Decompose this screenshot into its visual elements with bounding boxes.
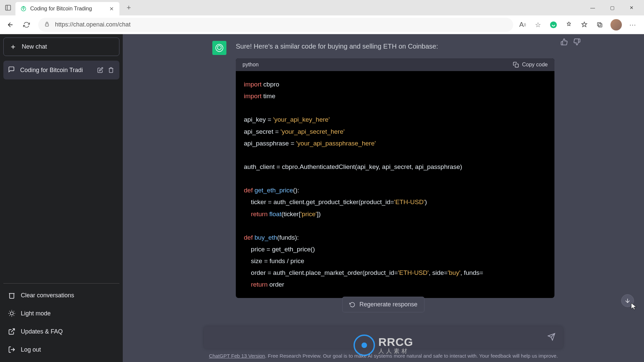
tab-bar: Coding for Bitcoin Trading ✕ + — ▢ ✕ xyxy=(0,0,644,15)
logout-icon xyxy=(8,346,15,353)
conversation-item[interactable]: Coding for Bitcoin Tradi xyxy=(3,61,119,79)
toolbar-icons: A)) ☆ ⋯ xyxy=(518,19,641,31)
url-field[interactable]: https://chat.openai.com/chat xyxy=(38,18,513,32)
conversations-list: Coding for Bitcoin Tradi xyxy=(3,61,119,283)
assistant-avatar xyxy=(212,41,226,55)
close-window-button[interactable]: ✕ xyxy=(622,1,641,14)
arrow-down-icon xyxy=(624,297,631,304)
favorites-list-icon[interactable] xyxy=(580,20,589,29)
code-language: python xyxy=(243,62,259,68)
refresh-button[interactable] xyxy=(19,18,34,32)
updates-button[interactable]: Updates & FAQ xyxy=(3,322,119,341)
external-link-icon xyxy=(8,328,15,335)
tab-title: Coding for Bitcoin Trading xyxy=(30,6,105,12)
send-button[interactable] xyxy=(547,333,557,342)
svg-point-2 xyxy=(21,6,26,11)
chat-input[interactable] xyxy=(210,334,547,341)
svg-point-9 xyxy=(10,312,13,315)
light-mode-button[interactable]: Light mode xyxy=(3,304,119,322)
sidebar: New chat Coding for Bitcoin Tradi xyxy=(0,34,123,362)
chat-area: Sure! Here's a similar code for buying a… xyxy=(123,34,644,362)
copy-code-label: Copy code xyxy=(522,62,548,68)
refresh-icon xyxy=(349,302,355,308)
scroll-down-button[interactable] xyxy=(621,294,634,307)
trash-icon xyxy=(8,292,15,299)
svg-rect-0 xyxy=(6,5,11,10)
code-header: python Copy code xyxy=(236,58,554,71)
lock-icon xyxy=(44,21,51,28)
input-area xyxy=(204,326,563,349)
logout-label: Log out xyxy=(21,346,41,353)
delete-icon[interactable] xyxy=(107,66,115,74)
minimize-button[interactable]: — xyxy=(583,1,602,14)
collections-icon[interactable] xyxy=(595,20,604,29)
logout-button[interactable]: Log out xyxy=(3,341,119,359)
svg-point-4 xyxy=(550,21,557,28)
new-tab-button[interactable]: + xyxy=(123,2,134,13)
new-chat-label: New chat xyxy=(22,43,47,50)
edit-icon[interactable] xyxy=(97,66,104,74)
openai-icon xyxy=(215,44,224,52)
plus-icon xyxy=(10,44,16,50)
clear-label: Clear conversations xyxy=(21,292,74,299)
svg-rect-6 xyxy=(599,23,602,27)
favorite-icon[interactable]: ☆ xyxy=(533,20,543,29)
footer-rest: . Free Research Preview. Our goal is to … xyxy=(265,353,558,359)
tab-close-button[interactable]: ✕ xyxy=(108,5,115,12)
footer-text: ChatGPT Feb 13 Version. Free Research Pr… xyxy=(123,353,644,359)
browser-chrome: Coding for Bitcoin Trading ✕ + — ▢ ✕ htt… xyxy=(0,0,644,34)
read-aloud-icon[interactable]: A)) xyxy=(518,20,527,29)
profile-avatar[interactable] xyxy=(610,19,622,31)
message-text: Sure! Here's a similar code for buying a… xyxy=(236,41,558,52)
svg-rect-20 xyxy=(515,64,518,67)
chat-icon xyxy=(8,66,15,74)
send-icon xyxy=(547,333,555,341)
conversation-actions xyxy=(97,66,115,74)
thumbs-up-icon[interactable] xyxy=(560,38,569,46)
browser-tab[interactable]: Coding for Bitcoin Trading ✕ xyxy=(15,2,119,15)
grammarly-icon[interactable] xyxy=(549,20,558,29)
clipboard-icon xyxy=(513,62,519,68)
regenerate-label: Regenerate response xyxy=(359,301,417,308)
version-link[interactable]: ChatGPT Feb 13 Version xyxy=(209,353,265,359)
back-button[interactable] xyxy=(3,18,17,32)
svg-line-16 xyxy=(9,315,10,316)
tab-sidebar-button[interactable] xyxy=(3,2,13,13)
message-body: Sure! Here's a similar code for buying a… xyxy=(236,41,558,298)
regenerate-button[interactable]: Regenerate response xyxy=(342,297,424,312)
code-body: import cbpro import time api_key = 'your… xyxy=(236,71,554,298)
svg-rect-5 xyxy=(597,22,601,26)
svg-line-18 xyxy=(11,329,14,332)
maximize-button[interactable]: ▢ xyxy=(602,1,622,14)
message-actions xyxy=(560,38,581,46)
extension-icon[interactable] xyxy=(564,20,574,29)
chat-input-box[interactable] xyxy=(204,326,563,349)
clear-conversations-button[interactable]: Clear conversations xyxy=(3,286,119,304)
sun-icon xyxy=(8,310,15,317)
conversation-title: Coding for Bitcoin Tradi xyxy=(20,67,92,74)
svg-line-17 xyxy=(14,311,14,311)
new-chat-button[interactable]: New chat xyxy=(3,38,119,56)
sidebar-bottom: Clear conversations Light mode Updates &… xyxy=(3,283,119,359)
main: Sure! Here's a similar code for buying a… xyxy=(123,34,644,362)
svg-rect-3 xyxy=(45,24,48,26)
tab-favicon-icon xyxy=(20,5,27,12)
updates-label: Updates & FAQ xyxy=(21,328,63,335)
window-controls: — ▢ ✕ xyxy=(583,1,641,14)
menu-icon[interactable]: ⋯ xyxy=(628,20,637,29)
thumbs-down-icon[interactable] xyxy=(573,38,581,46)
url-text: https://chat.openai.com/chat xyxy=(55,21,130,28)
svg-line-13 xyxy=(14,315,14,316)
address-bar: https://chat.openai.com/chat A)) ☆ ⋯ xyxy=(0,15,644,34)
code-block: python Copy code import cbpro import tim… xyxy=(236,58,554,298)
copy-code-button[interactable]: Copy code xyxy=(513,62,548,68)
svg-line-12 xyxy=(9,311,10,311)
app: New chat Coding for Bitcoin Tradi xyxy=(0,34,644,362)
assistant-message: Sure! Here's a similar code for buying a… xyxy=(209,34,558,298)
light-label: Light mode xyxy=(21,310,51,317)
